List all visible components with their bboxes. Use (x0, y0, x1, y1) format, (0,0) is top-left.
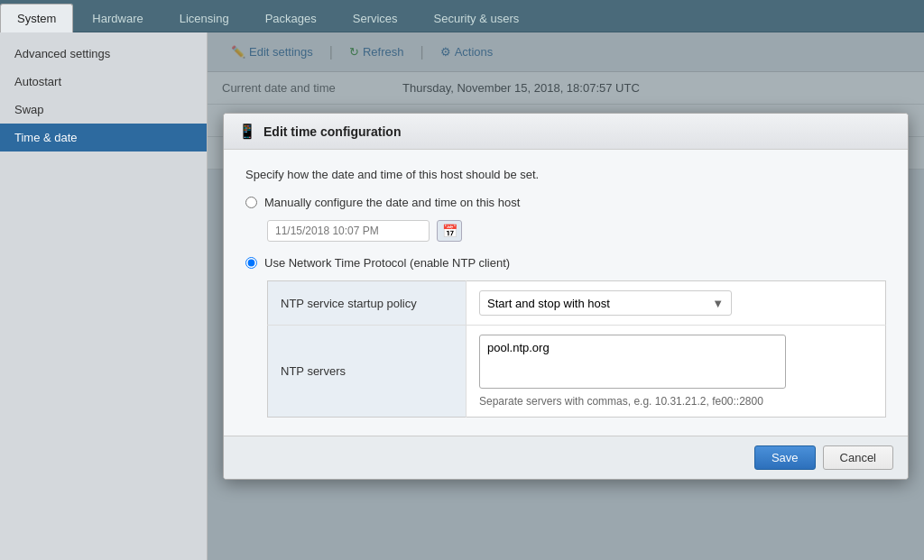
tab-system[interactable]: System (0, 4, 73, 32)
save-button[interactable]: Save (754, 445, 816, 470)
modal-body: Specify how the date and time of this ho… (224, 150, 908, 436)
phone-icon: 📱 (238, 123, 256, 140)
manual-radio-input[interactable] (245, 197, 257, 208)
ntp-startup-row: NTP service startup policy Start and sto… (268, 281, 886, 326)
ntp-radio-input[interactable] (245, 257, 257, 269)
ntp-servers-input[interactable]: pool.ntp.org (479, 335, 786, 389)
tab-hardware[interactable]: Hardware (75, 4, 160, 32)
manual-radio-option: Manually configure the date and time on … (245, 196, 886, 209)
ntp-servers-label: NTP servers (268, 326, 467, 418)
ntp-radio-label: Use Network Time Protocol (enable NTP cl… (264, 256, 510, 270)
content-area: ✏️ Edit settings | ↻ Refresh | ⚙ Actions… (208, 32, 924, 560)
tab-licensing[interactable]: Licensing (162, 4, 246, 32)
date-input[interactable] (267, 220, 430, 242)
ntp-radio-option: Use Network Time Protocol (enable NTP cl… (245, 256, 886, 270)
ntp-startup-label: NTP service startup policy (268, 281, 467, 326)
tab-services[interactable]: Services (336, 4, 415, 32)
sidebar-item-timedate[interactable]: Time & date (0, 124, 207, 151)
modal-title: Edit time configuration (263, 124, 401, 139)
dropdown-arrow-icon: ▼ (705, 297, 731, 310)
modal-header: 📱 Edit time configuration (224, 114, 908, 150)
calendar-button[interactable]: 📅 (437, 220, 462, 242)
tab-packages[interactable]: Packages (248, 4, 334, 32)
sidebar-item-autostart[interactable]: Autostart (0, 68, 207, 96)
modal-footer: Save Cancel (224, 436, 908, 479)
sidebar-item-swap[interactable]: Swap (0, 96, 207, 124)
manual-radio-label: Manually configure the date and time on … (264, 196, 520, 209)
ntp-servers-row: NTP servers pool.ntp.org Separate server… (268, 326, 886, 418)
ntp-servers-hint: Separate servers with commas, e.g. 10.31… (479, 395, 873, 408)
startup-policy-select[interactable]: Start and stop with host Start and stop … (480, 291, 705, 315)
cancel-button[interactable]: Cancel (823, 445, 893, 470)
modal-dialog: 📱 Edit time configuration Specify how th… (223, 113, 909, 480)
modal-overlay: 📱 Edit time configuration Specify how th… (208, 32, 924, 560)
top-navigation: System Hardware Licensing Packages Servi… (0, 0, 924, 32)
startup-policy-dropdown[interactable]: Start and stop with host Start and stop … (479, 290, 732, 316)
ntp-startup-cell: Start and stop with host Start and stop … (467, 281, 886, 326)
ntp-servers-cell: pool.ntp.org Separate servers with comma… (467, 326, 886, 418)
ntp-table: NTP service startup policy Start and sto… (267, 280, 886, 418)
calendar-icon: 📅 (442, 224, 457, 238)
tab-security[interactable]: Security & users (417, 4, 537, 32)
sidebar: Advanced settings Autostart Swap Time & … (0, 32, 208, 560)
date-input-row: 📅 (267, 220, 886, 242)
modal-description: Specify how the date and time of this ho… (245, 168, 886, 181)
sidebar-item-advanced[interactable]: Advanced settings (0, 40, 207, 68)
main-area: Advanced settings Autostart Swap Time & … (0, 32, 924, 560)
